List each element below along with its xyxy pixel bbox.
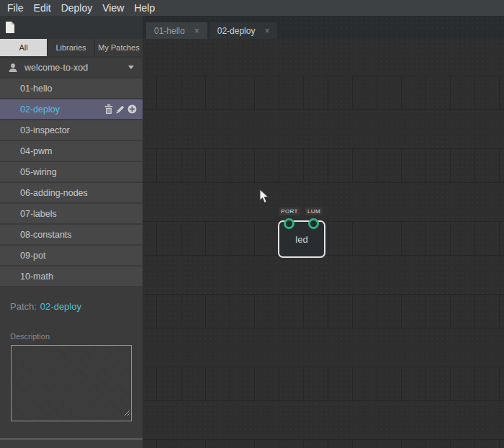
pin-label-port: PORT [279,207,300,215]
project-selector[interactable]: welcome-to-xod [0,58,143,76]
patch-label: 07-labels [20,209,57,219]
trash-icon[interactable] [104,104,113,114]
patch-label: 09-pot [20,251,45,261]
patch-label: 04-pwm [20,146,52,156]
patch-label: 06-adding-nodes [20,188,88,198]
close-icon[interactable]: × [264,26,269,36]
menu-help[interactable]: Help [129,0,160,16]
grid-band [143,439,504,448]
patch-item-07-labels[interactable]: 07-labels [0,204,143,223]
menu-bar: File Edit Deploy View Help [0,0,504,16]
patch-item-02-deploy[interactable]: 02-deploy [0,99,143,119]
patch-canvas[interactable]: PORT LUM led [143,39,504,448]
person-icon [8,63,18,73]
editor-tab-bar: 01-hello × 02-deploy × [143,16,504,39]
description-label: Description [10,332,143,341]
patch-item-03-inspector[interactable]: 03-inspector [0,120,143,140]
pin-label-lum: LUM [305,207,323,215]
project-name: welcome-to-xod [24,63,128,73]
patch-item-10-math[interactable]: 10-math [0,266,143,286]
patch-label: 05-wiring [20,167,57,177]
plus-circle-icon[interactable] [127,104,137,114]
sidebar-tab-my-patches[interactable]: My Patches [95,39,143,56]
node-label: led [295,234,307,245]
chevron-down-icon[interactable] [128,66,134,69]
tab-label: 02-deploy [217,26,256,36]
editor-area: 01-hello × 02-deploy × PORT LUM led [143,16,504,448]
menu-deploy[interactable]: Deploy [56,0,98,16]
sidebar-tab-libraries[interactable]: Libraries [48,39,95,56]
grid-band [143,367,504,401]
patch-label: 03-inspector [20,125,70,135]
pencil-icon[interactable] [116,104,125,114]
sidebar: All Libraries My Patches welcome-to-xod … [0,16,143,439]
patch-item-09-pot[interactable]: 09-pot [0,246,143,265]
arrow-cursor-icon [259,189,270,207]
patch-item-04-pwm[interactable]: 04-pwm [0,141,143,161]
grid-band [143,294,504,328]
description-field-wrap [11,345,132,421]
grid-band [143,148,504,183]
pin-port[interactable] [284,218,294,229]
sidebar-footer [0,439,143,448]
patch-info-value: 02-deploy [40,301,81,312]
sidebar-tab-all[interactable]: All [0,39,48,56]
patch-label: 10-math [20,272,53,282]
patch-details-panel: Patch:02-deploy Description [0,301,143,421]
editor-tab-02-deploy[interactable]: 02-deploy × [210,22,278,39]
patch-label: 02-deploy [20,104,60,115]
tab-label: 01-hello [154,26,185,36]
description-input[interactable] [11,345,132,421]
patch-info-label: Patch: [10,301,37,312]
patch-list: 01-hello 02-deploy [0,79,143,286]
patch-item-05-wiring[interactable]: 05-wiring [0,162,143,182]
sidebar-tab-strip: All Libraries My Patches [0,39,143,58]
sidebar-toolbar [0,16,143,39]
patch-item-01-hello[interactable]: 01-hello [0,79,143,98]
menu-view[interactable]: View [97,0,129,16]
node-led[interactable]: PORT LUM led [278,220,325,258]
menu-edit[interactable]: Edit [29,0,56,16]
patch-item-08-constants[interactable]: 08-constants [0,225,143,244]
editor-tab-01-hello[interactable]: 01-hello × [146,22,207,39]
pin-lum[interactable] [308,218,319,229]
patch-label: 08-constants [20,230,72,240]
patch-label: 01-hello [20,84,52,94]
menu-file[interactable]: File [2,0,29,16]
patch-info: Patch:02-deploy [10,301,143,312]
grid-band [143,76,504,110]
new-patch-icon[interactable] [5,21,15,34]
patch-item-06-adding-nodes[interactable]: 06-adding-nodes [0,183,143,202]
patch-actions [104,104,137,114]
close-icon[interactable]: × [194,26,199,36]
